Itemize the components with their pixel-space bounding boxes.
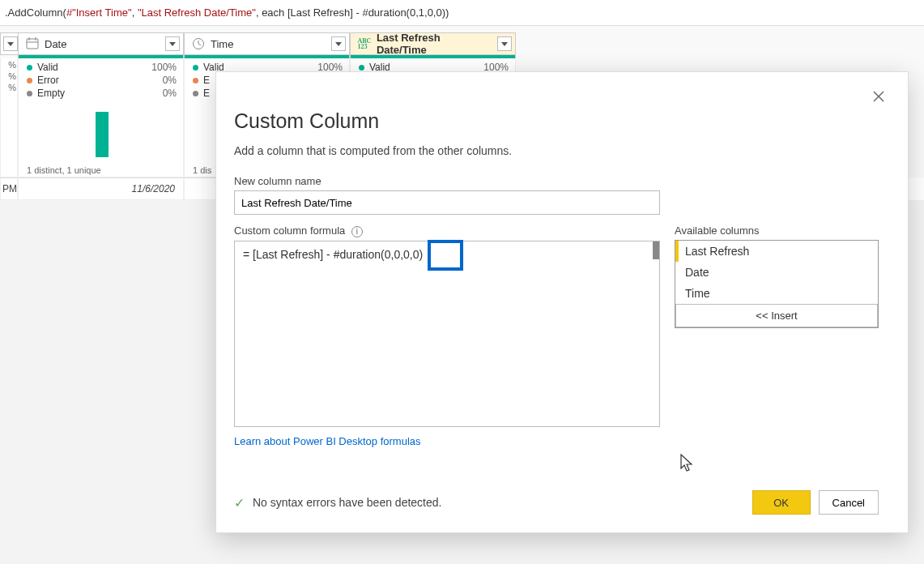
formula-bar[interactable]: .AddColumn(#"Insert Time", "Last Refresh… — [0, 0, 924, 26]
dialog-title: Custom Column — [234, 109, 879, 133]
custom-formula-input[interactable]: = [Last Refresh] - #duration(0,0,0,0) — [234, 241, 660, 427]
learn-more-link[interactable]: Learn about Power BI Desktop formulas — [234, 435, 421, 447]
available-columns-list: Last Refresh Date Time << Insert — [675, 240, 879, 328]
distinct-count: 1 distinct, 1 unique — [27, 165, 177, 175]
dialog-subtitle: Add a column that is computed from the o… — [234, 144, 879, 157]
empty-dot — [27, 91, 32, 96]
available-columns-label: Available columns — [675, 224, 879, 237]
available-column-item[interactable]: Time — [675, 283, 878, 304]
svg-rect-0 — [27, 39, 38, 49]
column-header-time[interactable]: Time — [184, 32, 350, 55]
distribution-bar — [96, 112, 109, 157]
column-header-last-refresh[interactable]: ABC123 Last Refresh Date/Time — [350, 32, 516, 55]
column-menu-dropdown[interactable] — [497, 36, 512, 51]
info-icon[interactable]: i — [351, 226, 363, 237]
new-column-name-label: New column name — [234, 175, 879, 187]
valid-dot — [27, 65, 32, 70]
column-menu-dropdown[interactable] — [3, 36, 18, 51]
close-icon[interactable] — [869, 87, 888, 106]
row-pm: PM — [0, 177, 18, 200]
svg-line-6 — [198, 44, 201, 45]
formula-text: = [Last Refresh] - #duration(0,0,0,0) — [243, 248, 423, 261]
clock-icon — [191, 36, 206, 51]
highlight-box — [428, 240, 463, 271]
abc123-icon: ABC123 — [357, 36, 372, 51]
column-name: Time — [211, 38, 233, 50]
syntax-message: No syntax errors have been detected. — [253, 496, 441, 509]
ok-button[interactable]: OK — [752, 490, 811, 515]
error-dot — [27, 78, 32, 83]
column-profile-date: Valid100% Error0% Empty0% 1 distinct, 1 … — [18, 58, 184, 177]
row-header-corner[interactable] — [0, 32, 18, 55]
custom-column-dialog: Custom Column Add a column that is compu… — [215, 71, 909, 533]
column-menu-dropdown[interactable] — [331, 36, 346, 51]
formula-label: Custom column formula i — [234, 224, 660, 237]
column-header-date[interactable]: Date — [18, 32, 184, 55]
cell-date[interactable]: 11/6/2020 — [18, 177, 184, 200]
scrollbar-stub[interactable] — [653, 241, 659, 259]
formula-prefix: .AddColumn(#"Insert Time", "Last Refresh… — [5, 6, 449, 19]
profile-gutter: % % % — [0, 58, 18, 177]
insert-button[interactable]: << Insert — [675, 304, 878, 327]
cancel-button[interactable]: Cancel — [819, 490, 879, 515]
calendar-icon — [25, 36, 40, 51]
new-column-name-input[interactable] — [234, 190, 660, 215]
column-name: Date — [45, 38, 66, 50]
available-column-item[interactable]: Last Refresh — [675, 241, 878, 262]
check-icon: ✓ — [234, 495, 245, 511]
available-column-item[interactable]: Date — [675, 262, 878, 283]
column-menu-dropdown[interactable] — [165, 36, 180, 51]
column-name: Last Refresh Date/Time — [377, 32, 492, 56]
